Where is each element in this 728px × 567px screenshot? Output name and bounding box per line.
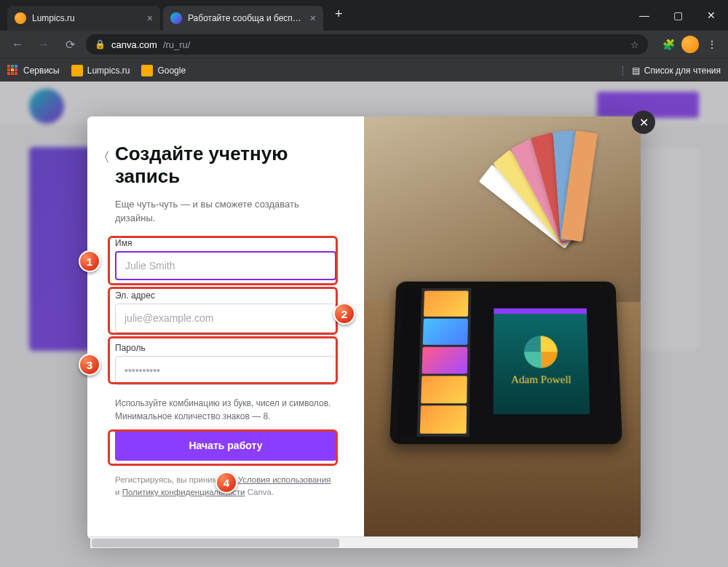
folder-icon [71,65,83,76]
omnibox[interactable]: 🔒 canva.com/ru_ru/ ☆ [86,34,648,55]
back-chevron-icon[interactable]: 〈 [95,148,112,166]
signup-hero-image: Adam Powell [364,116,641,539]
url-host: canva.com [111,39,157,50]
start-button[interactable]: Начать работу [115,430,336,461]
annotation-number-2: 2 [333,303,355,325]
email-label: Эл. адрес [115,290,336,301]
legal-and: и [115,488,122,496]
reload-icon[interactable]: ⟳ [60,34,80,55]
name-label: Имя [115,238,336,248]
bookmarks-bar: Сервисы Lumpics.ru Google ▤ Список для ч… [0,58,728,82]
favicon-lumpics [15,12,26,24]
tab-canva[interactable]: Работайте сообща и бесплатно × [163,6,323,31]
url-path: /ru_ru/ [163,39,191,50]
bookmark-label: Lumpics.ru [87,66,130,76]
tab-title: Lumpics.ru [32,13,141,23]
lock-icon: 🔒 [95,39,106,49]
poster-name: Adam Powell [511,373,571,386]
close-modal-button[interactable]: ✕ [632,111,655,134]
signup-modal: 〈 Создайте учетную запись Еще чуть-чуть … [87,116,641,539]
modal-subtitle: Еще чуть-чуть — и вы сможете создавать д… [115,198,336,224]
close-icon[interactable]: × [147,12,153,24]
back-icon[interactable]: ← [7,34,28,55]
annotation-number-3: 3 [79,354,100,376]
password-label: Пароль [115,343,336,353]
legal-suffix: Canva. [245,488,274,496]
apps-shortcut[interactable]: Сервисы [7,65,60,76]
minimize-icon[interactable]: — [628,3,661,28]
password-hint: Используйте комбинацию из букв, чисел и … [115,397,336,423]
reading-list-icon: ▤ [632,66,640,76]
close-window-icon[interactable]: ✕ [695,3,728,28]
email-input[interactable] [115,304,336,333]
horizontal-scrollbar[interactable] [90,536,638,548]
bookmark-label: Google [157,66,186,76]
folder-icon [141,65,153,76]
reading-list-button[interactable]: ▤ Список для чтения [622,66,721,76]
tab-title: Работайте сообща и бесплатно [188,13,304,23]
modal-title: Создайте учетную запись [115,143,336,188]
new-tab-button[interactable]: + [326,7,352,22]
close-icon[interactable]: × [310,12,316,24]
forward-icon[interactable]: → [33,34,54,55]
password-input[interactable] [115,356,336,385]
annotation-number-1: 1 [79,250,100,272]
name-input[interactable] [115,251,336,280]
bookmark-google[interactable]: Google [141,65,186,76]
maximize-icon[interactable]: ▢ [661,3,695,28]
browser-titlebar: Lumpics.ru × Работайте сообща и бесплатн… [0,0,728,31]
tab-lumpics[interactable]: Lumpics.ru × [7,6,160,31]
menu-icon[interactable]: ⋮ [703,36,721,53]
star-icon[interactable]: ☆ [630,39,639,50]
bookmark-lumpics[interactable]: Lumpics.ru [71,65,130,76]
apps-label: Сервисы [23,66,60,76]
favicon-canva [170,12,182,24]
tablet-mockup: Adam Powell [389,282,622,444]
apps-icon [7,65,19,76]
address-bar: ← → ⟳ 🔒 canva.com/ru_ru/ ☆ 🧩 ⋮ [0,31,728,58]
profile-avatar[interactable] [681,36,699,53]
annotation-number-4: 4 [215,472,237,493]
extensions-icon[interactable]: 🧩 [660,36,677,53]
scrollbar-thumb[interactable] [92,539,339,547]
tos-link[interactable]: Условия использования [238,475,331,484]
window-controls: — ▢ ✕ [628,0,728,31]
reading-list-label: Список для чтения [644,66,721,76]
color-swatch-fan [451,116,641,262]
